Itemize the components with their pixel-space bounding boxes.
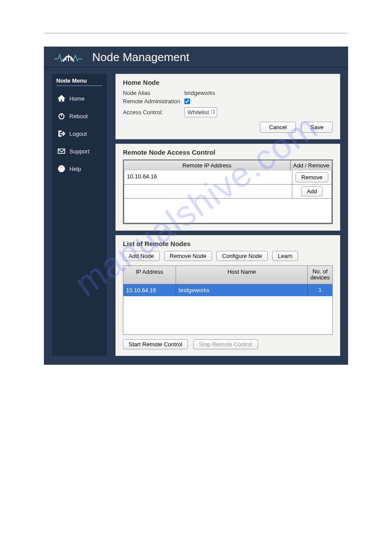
node-host: bridgeworks (176, 284, 308, 296)
ac-row: 10.10.64.16 Remove (124, 170, 331, 185)
nodes-body[interactable]: 10.10.64.16 bridgeworks 1 (123, 284, 332, 334)
remote-admin-label: Remote Administration (123, 98, 184, 105)
add-ip-button[interactable]: Add (301, 186, 323, 196)
start-remote-button[interactable]: Start Remote Control (123, 339, 188, 349)
sidebar-item-support[interactable]: Support (56, 142, 102, 160)
remove-node-button[interactable]: Remove Node (164, 251, 212, 261)
home-icon (56, 94, 67, 103)
nodes-col-ip: IP Address (123, 266, 176, 284)
sidebar-item-logout[interactable]: Logout (56, 125, 102, 142)
power-icon (56, 112, 67, 120)
sidebar-item-label: Support (69, 148, 90, 155)
app-container: Node Management Node Menu Home (44, 47, 348, 365)
app-header: Node Management (44, 47, 348, 68)
cancel-button[interactable]: Cancel (260, 122, 296, 133)
nodes-row[interactable]: 10.10.64.16 bridgeworks 1 (123, 284, 332, 296)
stop-remote-button[interactable]: Stop Remote Control (193, 339, 258, 349)
sidebar: Node Menu Home Reboot (52, 74, 107, 356)
ac-new-row: Add (124, 185, 331, 199)
page-divider (44, 33, 348, 33)
help-icon: ? (56, 164, 67, 173)
sidebar-item-label: Reboot (69, 113, 88, 120)
page-title: Node Management (92, 51, 189, 64)
save-button[interactable]: Save (301, 122, 333, 133)
remote-admin-checkbox[interactable] (184, 98, 190, 104)
learn-button[interactable]: Learn (272, 251, 298, 261)
sidebar-item-home[interactable]: Home (56, 90, 102, 107)
access-control-select[interactable]: Whitelist ▴▾ (184, 107, 217, 117)
ac-ip-value: 10.10.64.16 (124, 170, 292, 184)
remote-nodes-panel: List of Remote Nodes Add Node Remove Nod… (115, 235, 340, 356)
access-control-title: Remote Node Access Control (123, 149, 333, 156)
sidebar-item-reboot[interactable]: Reboot (56, 107, 102, 125)
node-alias-label: Node Alias (123, 90, 184, 96)
envelope-icon (56, 147, 67, 156)
sidebar-item-label: Help (69, 166, 81, 172)
remote-nodes-title: List of Remote Nodes (123, 240, 333, 247)
add-node-button[interactable]: Add Node (123, 251, 160, 261)
sidebar-item-help[interactable]: ? Help (56, 160, 102, 178)
home-node-title: Home Node (123, 79, 333, 86)
sidebar-item-label: Logout (69, 131, 87, 137)
node-ip: 10.10.64.16 (123, 284, 176, 296)
node-alias-value: bridgeworks (184, 90, 215, 96)
sidebar-title: Node Menu (56, 77, 102, 86)
node-devices: 1 (308, 284, 332, 296)
access-control-panel: Remote Node Access Control Remote IP Add… (115, 144, 340, 231)
ac-col-action: Add / Remove (291, 160, 332, 170)
ac-body[interactable]: 10.10.64.16 Remove Add (124, 170, 332, 223)
nodes-table: IP Address Host Name No. of devices 10.1… (123, 265, 333, 335)
home-node-panel: Home Node Node Alias bridgeworks Remote … (115, 74, 340, 139)
svg-rect-5 (58, 149, 65, 153)
ac-col-ip: Remote IP Address (124, 160, 291, 170)
access-control-label: Access Control: (123, 109, 184, 116)
nodes-col-devices: No. of devices (308, 266, 332, 284)
configure-node-button[interactable]: Configure Node (216, 251, 268, 261)
logo-icon (53, 50, 84, 64)
remove-ip-button[interactable]: Remove (295, 172, 328, 182)
select-arrows-icon: ▴▾ (213, 109, 215, 115)
nodes-col-host: Host Name (176, 266, 308, 284)
sidebar-item-label: Home (69, 95, 85, 102)
svg-text:?: ? (60, 166, 63, 171)
access-control-value: Whitelist (187, 109, 209, 116)
logout-icon (56, 129, 67, 138)
new-ip-input[interactable] (127, 187, 289, 194)
